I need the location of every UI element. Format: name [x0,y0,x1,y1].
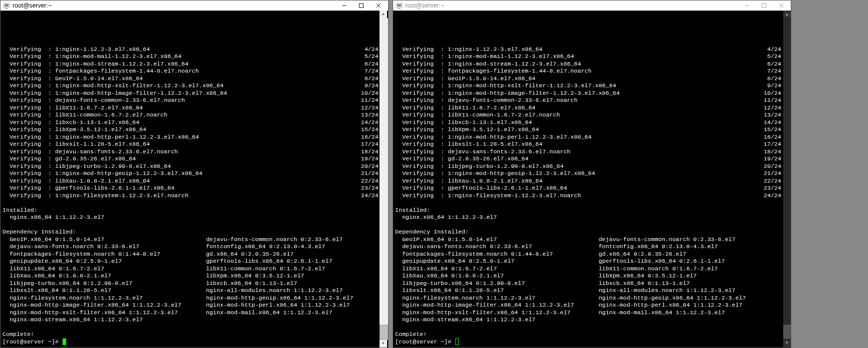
scroll-track[interactable] [783,19,791,339]
installed-item: nginx.x86_64 1:1.12.2-3.el7 [3,214,378,221]
scrollbar[interactable]: ▲ ▼ [379,11,388,347]
installed-item: nginx.x86_64 1:1.12.2-3.el7 [395,214,781,221]
dependency-row: nginx-mod-stream.x86_64 1:1.12.2-3.el7 [3,316,378,324]
verify-line: Verifying : libXpm-3.5.12-1.el7.x86_6415… [3,126,378,134]
dependency-row: nginx-mod-stream.x86_64 1:1.12.2-3.el7 [395,316,781,324]
verify-line: Verifying : libX11-common-1.6.7-2.el7.no… [3,111,378,119]
svg-rect-4 [359,4,363,8]
verify-line: Verifying : libxslt-1.1.28-5.el7.x86_641… [3,141,378,148]
verify-line: Verifying : 1:nginx-mod-http-xslt-filter… [3,82,378,90]
dependency-row: fontpackages-filesystem.noarch 0:1.44-8.… [395,251,781,258]
dependency-row: nginx-filesystem.noarch 1:1.12.2-3.el7 n… [3,295,378,302]
dependency-row: nginx-mod-http-xslt-filter.x86_64 1:1.12… [3,309,378,317]
scroll-up-icon[interactable]: ▲ [379,11,387,18]
close-button[interactable] [773,1,790,11]
verify-line: Verifying : 1:nginx-mod-http-perl-1.12.2… [3,134,378,141]
putty-icon [395,2,403,10]
terminal-body[interactable]: Verifying : 1:nginx-1.12.2-3.el7.x86_644… [1,11,388,347]
dependency-row: libX11.x86_64 0:1.6.7-2.el7 libX11-commo… [3,265,378,273]
verify-line: Verifying : libXpm-3.5.12-1.el7.x86_6415… [395,126,781,134]
svg-rect-8 [397,4,401,7]
verify-line: Verifying : dejavu-sans-fonts-2.33-6.el7… [3,148,378,156]
verify-line: Verifying : GeoIP-1.5.0-14.el7.x86_648/2… [395,75,781,83]
verify-line: Verifying : 1:nginx-mod-mail-1.12.2-3.el… [3,53,378,61]
maximize-button[interactable] [755,1,773,11]
verify-line: Verifying : libXau-1.0.8-2.1.el7.x86_642… [3,178,378,185]
verify-line: Verifying : libxcb-1.13-1.el7.x86_6414/2… [3,119,378,127]
dependency-row: libjpeg-turbo.x86_64 0:1.2.90-8.el7 libx… [395,280,781,287]
svg-rect-9 [398,8,401,9]
dependency-row: GeoIP.x86_64 0:1.5.0-14.el7 dejavu-fonts… [395,236,781,244]
scroll-thumb[interactable] [783,325,791,339]
terminal-window-right: root@server:~ Verifying : 1:nginx-1.12.2… [393,0,791,348]
window-title: root@server:~ [405,2,738,10]
dependency-row: nginx-mod-http-image-filter.x86_64 1:1.1… [3,302,378,309]
cursor [455,338,459,345]
verify-line: Verifying : gd-2.0.35-26.el7.x86_6419/24 [3,155,378,163]
svg-rect-1 [5,4,9,7]
scroll-down-icon[interactable]: ▼ [783,339,791,347]
dependency-row: libXau.x86_64 0:1.0.8-2.1.el7 libXpm.x86… [395,272,781,280]
cursor [63,338,66,345]
titlebar[interactable]: root@server:~ [393,1,791,11]
titlebar[interactable]: root@server:~ [1,1,388,11]
verify-line: Verifying : dejavu-sans-fonts-2.33-6.el7… [395,148,781,156]
terminal-window-left: root@server:~ Verifying : 1:nginx-1.12.2… [0,0,389,348]
dependency-row: libxslt.x86_64 0:1.1.28-5.el7 nginx-all-… [395,287,781,295]
verify-line: Verifying : 1:nginx-mod-mail-1.12.2-3.el… [395,53,781,61]
scroll-down-icon[interactable]: ▼ [379,340,387,347]
verify-line: Verifying : dejavu-fonts-common-2.33-6.e… [395,97,781,104]
complete-message: Complete! [395,331,781,338]
scrollbar[interactable]: ▲ ▼ [783,11,791,347]
verify-line: Verifying : libjpeg-turbo-1.2.90-8.el7.x… [395,163,781,170]
dependency-row: fontpackages-filesystem.noarch 0:1.44-8.… [3,251,378,258]
dependency-row: dejavu-sans-fonts.noarch 0:2.33-6.el7 fo… [395,243,781,251]
window-title: root@server:~ [13,2,336,10]
dependency-row: nginx-mod-http-image-filter.x86_64 1:1.1… [395,302,781,309]
verify-line: Verifying : 1:nginx-1.12.2-3.el7.x86_644… [3,46,378,53]
verify-line: Verifying : gd-2.0.35-26.el7.x86_6419/24 [395,155,781,163]
dependency-row: nginx-filesystem.noarch 1:1.12.2-3.el7 n… [395,295,781,302]
verify-line: Verifying : GeoIP-1.5.0-14.el7.x86_648/2… [3,75,378,83]
verify-line: Verifying : fontpackages-filesystem-1.44… [395,68,781,75]
dependency-row: libX11.x86_64 0:1.6.7-2.el7 libX11-commo… [395,265,781,273]
dependency-header: Dependency Installed: [395,228,781,236]
minimize-button[interactable] [336,1,353,11]
scroll-track[interactable] [379,18,388,340]
dependency-row: nginx-mod-http-xslt-filter.x86_64 1:1.12… [395,309,781,317]
dependency-row: libjpeg-turbo.x86_64 0:1.2.90-8.el7 libx… [3,280,378,287]
prompt[interactable]: [root@server ~]# [395,338,781,346]
verify-line: Verifying : libXau-1.0.8-2.1.el7.x86_642… [395,178,781,185]
verify-line: Verifying : 1:nginx-mod-http-image-filte… [3,90,378,97]
verify-line: Verifying : gperftools-libs-2.6.1-1.el7.… [3,185,378,192]
verify-line: Verifying : 1:nginx-mod-stream-1.12.2-3.… [3,61,378,68]
dependency-row: geoipupdate.x86_64 0:2.5.0-1.el7 gperfto… [395,258,781,265]
terminal-body[interactable]: Verifying : 1:nginx-1.12.2-3.el7.x86_644… [393,11,791,347]
dependency-row: libXau.x86_64 0:1.0.8-2.1.el7 libXpm.x86… [3,272,378,280]
verify-line: Verifying : 1:nginx-mod-http-geoip-1.12.… [3,170,378,178]
verify-line: Verifying : 1:nginx-1.12.2-3.el7.x86_644… [395,46,781,53]
dependency-row: geoipupdate.x86_64 0:2.5.0-1.el7 gperfto… [3,258,378,265]
prompt[interactable]: [root@server ~]# [3,338,378,346]
svg-rect-11 [762,4,766,8]
verify-line: Verifying : libX11-1.6.7-2.el7.x86_6412/… [395,104,781,112]
dependency-row: dejavu-sans-fonts.noarch 0:2.33-6.el7 fo… [3,243,378,251]
putty-icon [3,2,11,10]
verify-line: Verifying : gperftools-libs-2.6.1-1.el7.… [395,185,781,192]
verify-line: Verifying : 1:nginx-filesystem-1.12.2-3.… [3,192,378,200]
verify-line: Verifying : 1:nginx-mod-http-geoip-1.12.… [395,170,781,178]
verify-line: Verifying : 1:nginx-mod-http-xslt-filter… [395,82,781,90]
dependency-row: GeoIP.x86_64 0:1.5.0-14.el7 dejavu-fonts… [3,236,378,244]
dependency-row: libxslt.x86_64 0:1.1.28-5.el7 nginx-all-… [3,287,378,295]
close-button[interactable] [370,1,387,11]
minimize-button[interactable] [738,1,755,11]
dependency-header: Dependency Installed: [3,228,378,236]
scroll-thumb[interactable] [379,325,388,340]
maximize-button[interactable] [353,1,370,11]
scroll-up-icon[interactable]: ▲ [783,11,791,19]
verify-line: Verifying : 1:nginx-mod-stream-1.12.2-3.… [395,61,781,68]
verify-line: Verifying : 1:nginx-mod-http-perl-1.12.2… [395,134,781,141]
verify-line: Verifying : fontpackages-filesystem-1.44… [3,68,378,75]
verify-line: Verifying : 1:nginx-filesystem-1.12.2-3.… [395,192,781,200]
verify-line: Verifying : libX11-1.6.7-2.el7.x86_6412/… [3,104,378,112]
